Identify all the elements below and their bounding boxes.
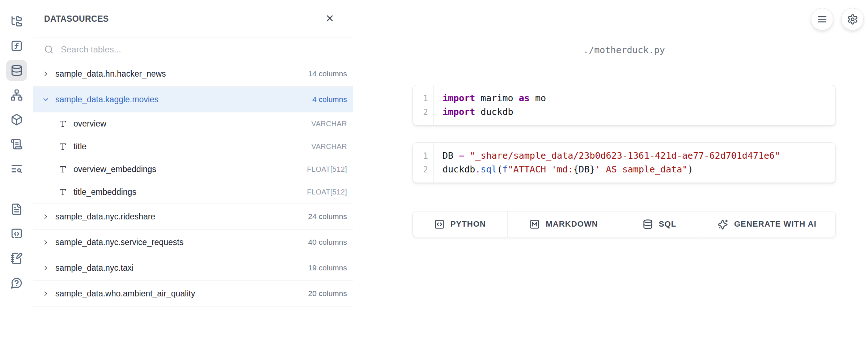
square-code-icon [434, 219, 445, 230]
code-token: marimo [475, 93, 518, 103]
chevron-right-icon [42, 290, 50, 297]
add-cell-button-label: GENERATE WITH AI [734, 219, 817, 229]
column-type: FLOAT[512] [307, 188, 347, 196]
database-icon [10, 64, 23, 77]
panel-title: DATASOURCES [44, 14, 109, 24]
code-cell[interactable]: 12DB = "_share/sample_data/23b0d623-1361… [412, 142, 836, 183]
add-cell-button-generate-with-ai[interactable]: GENERATE WITH AI [699, 211, 835, 237]
sidebar-button-function-square-icon[interactable] [6, 35, 27, 56]
table-columns-group: overviewVARCHARtitleVARCHARoverview_embe… [33, 112, 353, 204]
add-cell-button-python[interactable]: PYTHON [413, 211, 508, 237]
table-row[interactable]: sample_data.who.ambient_air_quality20 co… [33, 281, 353, 307]
table-row[interactable]: sample_data.nyc.rideshare24 columns [33, 204, 353, 230]
sidebar-button-scroll-text-icon[interactable] [6, 134, 27, 155]
sidebar-button-notebook-pen-icon[interactable] [6, 248, 27, 269]
table-row[interactable]: sample_data.kaggle.movies4 columns [33, 87, 353, 112]
table-row[interactable]: sample_data.nyc.service_requests40 colum… [33, 230, 353, 255]
search-input[interactable] [61, 44, 342, 55]
code-editor[interactable]: DB = "_share/sample_data/23b0d623-1361-4… [434, 143, 835, 183]
add-cell-button-sql[interactable]: SQL [620, 211, 699, 237]
notebook-column: ./motherduck.py 12import marimo as moimp… [412, 45, 836, 237]
database-icon [643, 219, 653, 230]
sidebar-rail [0, 0, 33, 360]
code-editor[interactable]: import marimo as moimport duckdb [434, 85, 835, 125]
code-line: DB = "_share/sample_data/23b0d623-1361-4… [443, 149, 832, 163]
table-row[interactable]: sample_data.nyc.taxi19 columns [33, 255, 353, 281]
code-cell[interactable]: 12import marimo as moimport duckdb [412, 85, 836, 125]
column-row[interactable]: overview_embeddingsFLOAT[512] [33, 158, 353, 181]
chevron-right-icon [42, 70, 50, 78]
menu-icon [817, 14, 828, 25]
code-token: f [503, 164, 508, 175]
code-token: ) [687, 164, 693, 175]
column-name: title_embeddings [73, 187, 301, 197]
table-columns-count: 40 columns [308, 238, 347, 247]
column-name: overview [73, 119, 305, 129]
code-token: import [443, 93, 475, 103]
settings-button[interactable] [841, 8, 864, 30]
chevron-right-icon [42, 213, 50, 220]
square-m-icon [529, 219, 540, 230]
notebook-pen-icon [10, 252, 23, 265]
tables-list: sample_data.hn.hacker_news14 columnssamp… [33, 61, 353, 360]
panel-header: DATASOURCES [33, 0, 353, 38]
sidebar-button-database-icon[interactable] [6, 60, 27, 81]
sidebar-button-box-icon[interactable] [6, 109, 27, 130]
cells-container: 12import marimo as moimport duckdb12DB =… [412, 85, 836, 183]
chevron-right-icon [42, 264, 50, 272]
table-columns-count: 4 columns [312, 95, 347, 104]
table-columns-count: 14 columns [308, 69, 347, 78]
column-name: title [73, 142, 305, 151]
code-token: mo [530, 93, 546, 103]
line-number: 2 [413, 163, 433, 176]
code-token: sql [480, 164, 497, 175]
table-name: sample_data.nyc.taxi [55, 263, 302, 273]
line-number-gutter: 12 [413, 85, 434, 125]
code-token: DB [443, 150, 459, 161]
column-type: VARCHAR [312, 120, 347, 128]
code-token: {DB} [573, 164, 595, 175]
file-title: ./motherduck.py [412, 45, 836, 56]
add-cell-buttons: PYTHONMARKDOWNSQLGENERATE WITH AI [412, 211, 836, 237]
network-icon [10, 89, 23, 101]
column-row[interactable]: overviewVARCHAR [33, 112, 353, 135]
column-row[interactable]: title_embeddingsFLOAT[512] [33, 181, 353, 203]
column-row[interactable]: titleVARCHAR [33, 135, 353, 158]
type-text-icon [59, 142, 67, 151]
settings-gear-icon [847, 14, 858, 25]
sidebar-button-file-tree-icon[interactable] [6, 11, 27, 32]
column-type: VARCHAR [312, 142, 347, 151]
add-cell-button-markdown[interactable]: MARKDOWN [508, 211, 621, 237]
table-row[interactable]: sample_data.hn.hacker_news14 columns [33, 61, 353, 87]
code-token: import [443, 107, 475, 117]
code-line: import duckdb [443, 105, 832, 119]
table-name: sample_data.nyc.service_requests [55, 237, 302, 247]
line-number: 2 [413, 105, 433, 119]
code-token: ( [497, 164, 503, 175]
file-tree-icon [10, 15, 23, 27]
add-cell-button-label: MARKDOWN [546, 219, 598, 229]
sidebar-button-network-icon[interactable] [6, 85, 27, 106]
table-columns-count: 24 columns [308, 212, 347, 221]
app-root: DATASOURCES sample_data.hn.hacker_news14… [0, 0, 868, 360]
close-panel-button[interactable] [323, 12, 336, 26]
table-columns-count: 19 columns [308, 263, 347, 272]
add-cell-button-label: PYTHON [450, 219, 486, 229]
menu-button[interactable] [811, 8, 833, 30]
help-chat-icon [10, 277, 23, 289]
sidebar-button-text-search-icon[interactable] [6, 158, 27, 179]
sparkles-icon [718, 219, 728, 230]
close-icon [325, 13, 335, 24]
header-buttons [811, 8, 864, 30]
sidebar-button-file-text-icon[interactable] [6, 199, 27, 220]
code-token: . [475, 164, 480, 175]
code-token: ' AS sample_data" [595, 164, 688, 175]
chevron-right-icon [42, 239, 50, 246]
text-search-icon [10, 163, 23, 175]
type-text-icon [59, 120, 67, 128]
type-text-icon [59, 165, 67, 173]
sidebar-button-square-code-dashed-icon[interactable] [6, 223, 27, 244]
column-type: FLOAT[512] [307, 165, 347, 173]
table-name: sample_data.hn.hacker_news [55, 69, 302, 79]
sidebar-button-help-chat-icon[interactable] [6, 273, 27, 293]
